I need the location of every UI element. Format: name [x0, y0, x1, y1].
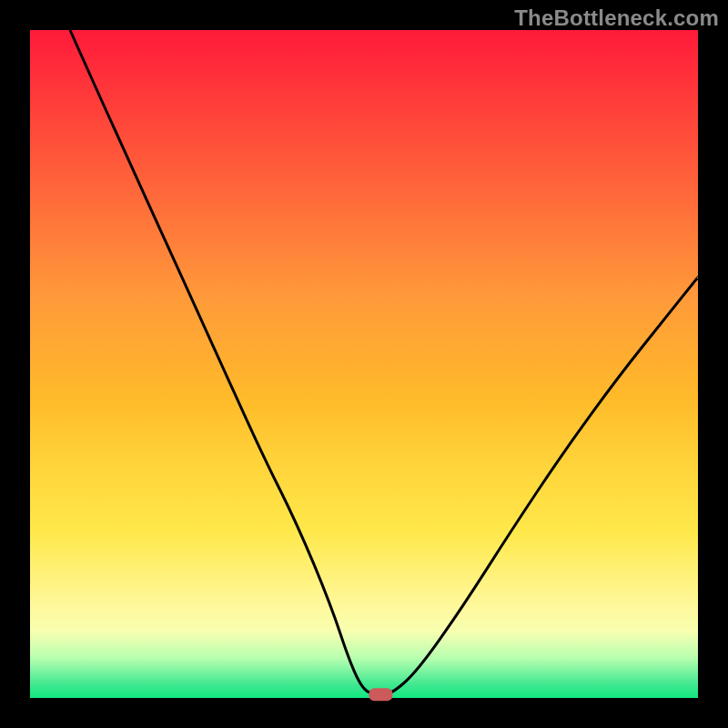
chart-frame: TheBottleneck.com [0, 0, 728, 728]
optimum-marker [369, 688, 392, 701]
curve-path [70, 30, 698, 694]
bottleneck-curve [30, 30, 698, 698]
watermark-text: TheBottleneck.com [514, 5, 719, 31]
plot-area [30, 30, 698, 698]
